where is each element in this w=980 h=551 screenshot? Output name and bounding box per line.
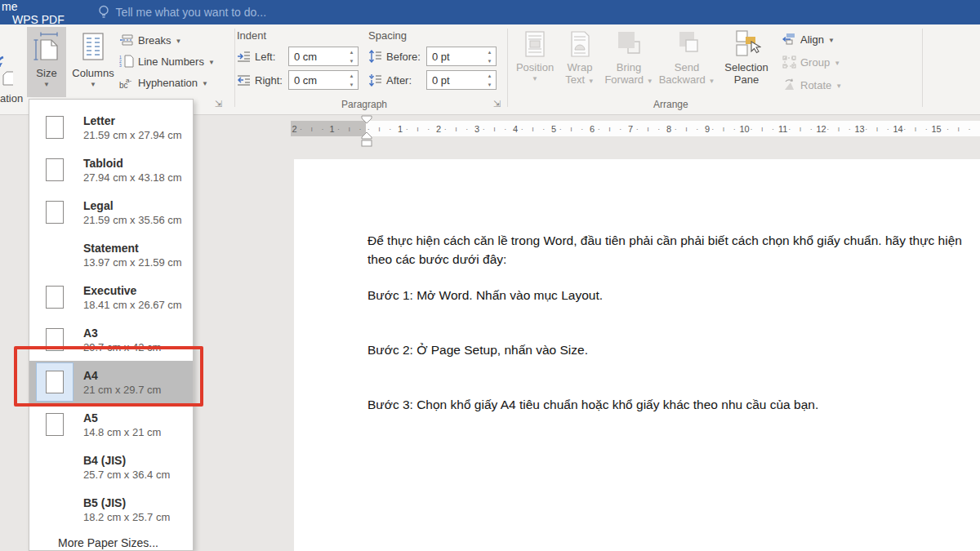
send-backward-button[interactable]: Send Backward ▼ xyxy=(658,27,715,97)
paper-size-icon-cell xyxy=(36,235,74,274)
wrap-text-button[interactable]: Wrap Text ▼ xyxy=(559,27,601,97)
left-indent-marker[interactable] xyxy=(362,140,372,146)
paper-size-option[interactable]: Letter 21.59 cm x 27.94 cm xyxy=(29,106,193,149)
ruler-ticks: · ı · xyxy=(300,125,327,133)
paper-size-option[interactable]: B5 (JIS) 18.2 cm x 25.7 cm xyxy=(29,488,193,531)
paper-size-option[interactable]: B4 (JIS) 25.7 cm x 36.4 cm xyxy=(29,446,193,488)
hyphenation-button[interactable]: a- bc Hyphenation ▼ xyxy=(119,73,215,91)
paper-size-name: Legal xyxy=(83,198,182,213)
breaks-button[interactable]: Breaks ▼ xyxy=(119,31,215,49)
bring-forward-button[interactable]: Bring Forward ▼ xyxy=(603,27,655,97)
rotate-icon xyxy=(782,78,796,91)
columns-button-label: Columns xyxy=(72,67,114,79)
align-button[interactable]: Align ▼ xyxy=(782,33,835,46)
ruler-number: 11 xyxy=(778,124,787,134)
rotate-button-label: Rotate xyxy=(800,79,831,91)
horizontal-ruler: 2· ı ·1· ı · · ı ·1· ı ·2· ı ·3· ı ·4· ı… xyxy=(291,121,980,136)
bring-forward-label-2: Forward xyxy=(604,73,644,86)
paragraph-group-label: Paragraph xyxy=(341,99,387,110)
indent-right-input[interactable]: 0 cm ▲▼ xyxy=(288,70,359,90)
ruler-cell: · ı ·13 xyxy=(826,121,865,136)
ruler-number: 14 xyxy=(893,124,902,134)
ribbon-tab[interactable]: me xyxy=(0,0,83,13)
document-paragraph: Bước 2: Ở Page Setup, nhấn vào Size. xyxy=(368,340,978,359)
spin-up-icon[interactable]: ▲ xyxy=(345,47,358,56)
selection-pane-button[interactable]: Selection Pane xyxy=(719,27,774,97)
chevron-down-icon: ▼ xyxy=(43,81,50,88)
ruler-cell: · ı ·4 xyxy=(481,121,519,136)
ruler-number: 8 xyxy=(666,124,671,134)
ruler-cell: · ı ·9 xyxy=(673,121,711,136)
paper-size-dimensions: 14.8 cm x 21 cm xyxy=(83,425,161,439)
paragraph-group: Indent Left: 0 cm ▲▼ xyxy=(237,29,497,94)
spacing-section-label: Spacing xyxy=(368,29,497,42)
hanging-indent-marker[interactable] xyxy=(362,132,372,139)
document-paragraph: Bước 1: Mở Word. Nhấn vào mục Layout. xyxy=(368,286,978,304)
spin-up-icon[interactable]: ▲ xyxy=(483,47,496,56)
page-setup-dialog-launcher-icon[interactable]: ⇲ xyxy=(215,100,222,109)
paragraph-dialog-launcher-icon[interactable]: ⇲ xyxy=(493,100,501,109)
paper-page-icon xyxy=(46,116,64,139)
ruler-ticks: · ı · xyxy=(559,125,587,133)
size-button[interactable]: Size ▼ xyxy=(27,27,66,97)
columns-button[interactable]: Columns ▼ xyxy=(72,27,114,97)
paper-size-option[interactable]: Executive 18.41 cm x 26.67 cm xyxy=(29,276,193,318)
line-numbers-button[interactable]: 1 2 3 Line Numbers ▼ xyxy=(119,52,215,70)
spacing-before-input[interactable]: 0 pt ▲▼ xyxy=(426,47,497,66)
document-page[interactable]: Để thực hiện cách căn lề trong Word, đầu… xyxy=(294,159,980,551)
rotate-button[interactable]: Rotate ▼ xyxy=(782,78,842,91)
spacing-after-value: 0 pt xyxy=(432,74,450,87)
paper-size-option[interactable]: Tabloid 27.94 cm x 43.18 cm xyxy=(29,149,193,191)
paper-size-option[interactable]: Statement 13.97 cm x 21.59 cm xyxy=(29,233,193,276)
ruler-number: 2 xyxy=(292,124,297,134)
spacing-after-stepper[interactable]: ▲▼ xyxy=(483,71,496,89)
chevron-down-icon: ▼ xyxy=(835,82,842,90)
spin-down-icon[interactable]: ▼ xyxy=(345,80,358,89)
page-size-icon xyxy=(32,32,61,63)
orientation-button-partial-label[interactable]: ation xyxy=(0,92,23,104)
spacing-before-stepper[interactable]: ▲▼ xyxy=(483,47,496,65)
ruler-ticks: · ı · xyxy=(865,125,893,133)
align-icon xyxy=(782,33,796,46)
ruler-ticks: · ı · xyxy=(903,125,931,133)
spin-up-icon[interactable]: ▲ xyxy=(483,71,496,80)
ruler-ticks: · ı · xyxy=(675,125,702,133)
paper-size-dimensions: 21.59 cm x 35.56 cm xyxy=(83,213,182,227)
paper-size-option[interactable]: A5 14.8 cm x 21 cm xyxy=(29,403,193,446)
ruler-tail: · ı · xyxy=(942,121,980,136)
paper-page-icon xyxy=(46,413,64,436)
ruler-cell: · ı ·3 xyxy=(443,121,481,136)
ruler-cell: · ı ·5 xyxy=(519,121,558,136)
ruler-ticks: · ı · xyxy=(406,125,434,133)
indent-right-stepper[interactable]: ▲▼ xyxy=(345,71,358,89)
tell-me-search[interactable]: Tell me what you want to do... xyxy=(98,0,266,24)
group-button[interactable]: Group ▼ xyxy=(782,56,840,69)
ruler-number: 7 xyxy=(628,124,633,134)
arrange-group-label: Arrange xyxy=(653,99,688,110)
paper-size-name: Executive xyxy=(83,283,182,298)
ruler-ticks: · ı · xyxy=(826,125,854,133)
align-button-label: Align xyxy=(800,33,824,46)
paper-size-name: A3 xyxy=(83,326,161,340)
spin-up-icon[interactable]: ▲ xyxy=(345,71,358,80)
indent-left-input[interactable]: 0 cm ▲▼ xyxy=(288,47,359,66)
ruler-number: 10 xyxy=(739,124,749,134)
chevron-down-icon: ▼ xyxy=(828,37,835,44)
paper-size-name: A5 xyxy=(83,411,161,425)
ruler-ticks: · ı · xyxy=(483,125,510,133)
spin-down-icon[interactable]: ▼ xyxy=(483,80,496,89)
annotation-highlight-box xyxy=(14,346,203,407)
indent-left-stepper[interactable]: ▲▼ xyxy=(345,47,358,65)
hyphenation-icon: a- bc xyxy=(119,76,134,89)
chevron-down-icon: ▼ xyxy=(647,78,653,85)
spin-down-icon[interactable]: ▼ xyxy=(345,56,358,65)
position-button[interactable]: Position ▼ xyxy=(513,27,557,97)
paper-size-option[interactable]: Legal 21.59 cm x 35.56 cm xyxy=(29,191,193,233)
indent-right-value: 0 cm xyxy=(294,74,317,87)
ruler-cell: · ı ·12 xyxy=(788,121,826,136)
spin-down-icon[interactable]: ▼ xyxy=(483,56,496,65)
first-line-indent-marker[interactable] xyxy=(362,116,372,123)
spacing-after-input[interactable]: 0 pt ▲▼ xyxy=(426,70,497,90)
more-paper-sizes-item[interactable]: More Paper Sizes... xyxy=(29,531,193,551)
document-paragraph: Để thực hiện cách căn lề trong Word, đầu… xyxy=(368,231,978,269)
